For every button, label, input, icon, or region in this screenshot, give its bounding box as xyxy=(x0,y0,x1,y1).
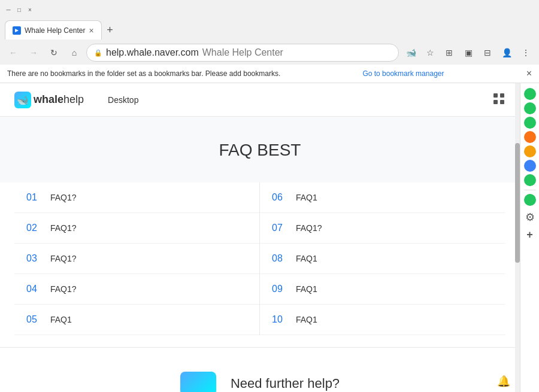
notice-close-button[interactable]: × xyxy=(526,68,532,79)
faq-item-right-1[interactable]: 06FAQ1 xyxy=(260,183,505,213)
faq-num: 02 xyxy=(26,223,41,233)
site-navbar: 🐋 whalehelp Desktop xyxy=(0,83,520,117)
faq-question: FAQ1 xyxy=(296,315,317,324)
whale-logo-icon: 🐋 xyxy=(14,92,31,108)
whale-icon-btn[interactable]: 🐋 xyxy=(402,44,419,61)
faq-num: 10 xyxy=(272,314,286,325)
bookmark-manager-link[interactable]: Go to bookmark manager xyxy=(362,69,444,78)
sidebar-dot-4[interactable] xyxy=(524,131,536,143)
url-domain: help.whale.naver.com xyxy=(106,47,199,58)
footer-logo xyxy=(180,372,216,392)
sidebar-dot-3[interactable] xyxy=(524,117,536,129)
faq-item-right-4[interactable]: 09FAQ1 xyxy=(260,274,505,305)
svg-text:🐋: 🐋 xyxy=(17,95,29,106)
footer-section: Need further help? xyxy=(0,347,520,392)
sidebar-toggle-btn[interactable]: ▣ xyxy=(460,44,477,61)
page-container: 🐋 whalehelp Desktop FAQ BEST xyxy=(0,83,539,392)
faq-item-left-5[interactable]: 05FAQ1 xyxy=(14,305,259,335)
sidebar-add-button[interactable]: + xyxy=(526,229,533,241)
faq-question: FAQ1? xyxy=(50,254,77,263)
faq-item-right-2[interactable]: 07FAQ1? xyxy=(260,213,505,244)
bell-icon-area[interactable]: 🔔 xyxy=(497,375,510,388)
minimize-button[interactable]: ─ xyxy=(5,6,12,13)
star-icon-btn[interactable]: ☆ xyxy=(422,44,438,61)
maximize-button[interactable]: □ xyxy=(16,6,23,13)
tab-title-label: Whale Help Center xyxy=(25,26,85,35)
faq-question: FAQ1? xyxy=(50,284,77,294)
tab-bar: Whale Help Center × + xyxy=(0,19,539,41)
scrollbar-thumb[interactable] xyxy=(515,143,520,263)
faq-grid: 01FAQ1?02FAQ1?03FAQ1?04FAQ1?05FAQ1 06FAQ… xyxy=(14,183,505,335)
faq-question: FAQ1? xyxy=(296,223,322,233)
scrollbar-track[interactable] xyxy=(515,83,520,392)
logo-whale: whale xyxy=(34,93,63,105)
sidebar-dot-6[interactable] xyxy=(524,160,536,172)
faq-question: FAQ1 xyxy=(296,284,317,294)
faq-item-left-3[interactable]: 03FAQ1? xyxy=(14,244,259,274)
faq-num: 04 xyxy=(26,284,41,294)
faq-section: 01FAQ1?02FAQ1?03FAQ1?04FAQ1?05FAQ1 06FAQ… xyxy=(0,183,520,335)
faq-question: FAQ1? xyxy=(50,193,77,202)
right-sidebar: ⚙ + xyxy=(520,83,539,392)
faq-question: FAQ1 xyxy=(296,193,317,202)
nav-desktop-link[interactable]: Desktop xyxy=(103,93,143,107)
screenshot-icon-btn[interactable]: ⊞ xyxy=(441,44,458,61)
faq-num: 07 xyxy=(272,223,286,233)
faq-item-left-2[interactable]: 02FAQ1? xyxy=(14,213,259,244)
faq-num: 09 xyxy=(272,284,286,294)
faq-item-left-4[interactable]: 04FAQ1? xyxy=(14,274,259,305)
faq-num: 06 xyxy=(272,192,286,203)
bookmark-notice-text: There are no bookmarks in the folder set… xyxy=(7,69,280,78)
logo-help: help xyxy=(63,93,84,105)
url-bar[interactable]: 🔒 help.whale.naver.com Whale Help Center xyxy=(86,44,399,62)
bookmark-notice: There are no bookmarks in the folder set… xyxy=(0,65,539,83)
sidebar-dot-2[interactable] xyxy=(524,102,536,114)
profile-btn[interactable]: 👤 xyxy=(498,44,515,61)
faq-question: FAQ1 xyxy=(296,254,317,263)
faq-item-left-1[interactable]: 01FAQ1? xyxy=(14,183,259,213)
footer-help-title: Need further help? xyxy=(231,376,340,391)
main-page: 🐋 whalehelp Desktop FAQ BEST xyxy=(0,83,520,392)
faq-question: FAQ1? xyxy=(50,223,77,233)
hero-section: FAQ BEST xyxy=(0,117,520,183)
back-button[interactable]: ← xyxy=(5,44,22,61)
faq-num: 05 xyxy=(26,314,41,325)
tab-group-btn[interactable]: ⊟ xyxy=(479,44,496,61)
svg-rect-4 xyxy=(493,100,498,104)
faq-num: 01 xyxy=(26,192,41,203)
faq-num: 03 xyxy=(26,253,41,264)
sidebar-dot-7[interactable] xyxy=(524,174,536,186)
address-bar: ← → ↻ ⌂ 🔒 help.whale.naver.com Whale Hel… xyxy=(0,41,539,65)
refresh-button[interactable]: ↻ xyxy=(46,44,62,61)
menu-btn[interactable]: ⋮ xyxy=(517,44,534,61)
close-button[interactable]: × xyxy=(26,6,34,13)
window-controls: ─ □ × xyxy=(5,6,34,13)
title-bar: ─ □ × xyxy=(0,0,539,19)
url-path: Whale Help Center xyxy=(202,47,283,58)
new-tab-button[interactable]: + xyxy=(102,22,119,38)
tab-close-button[interactable]: × xyxy=(89,26,93,35)
sidebar-dot-1[interactable] xyxy=(524,88,536,100)
toolbar-icons: 🐋 ☆ ⊞ ▣ ⊟ 👤 ⋮ xyxy=(402,44,534,61)
tab-favicon xyxy=(13,26,21,35)
svg-rect-3 xyxy=(500,93,504,98)
home-button[interactable]: ⌂ xyxy=(66,44,83,61)
faq-col-right: 06FAQ107FAQ1?08FAQ109FAQ110FAQ1 xyxy=(260,183,505,335)
faq-num: 08 xyxy=(272,253,286,264)
site-logo[interactable]: 🐋 whalehelp xyxy=(14,92,84,108)
faq-item-right-5[interactable]: 10FAQ1 xyxy=(260,305,505,335)
hero-title: FAQ BEST xyxy=(14,141,505,160)
faq-item-right-3[interactable]: 08FAQ1 xyxy=(260,244,505,274)
faq-col-left: 01FAQ1?02FAQ1?03FAQ1?04FAQ1?05FAQ1 xyxy=(14,183,260,335)
forward-button[interactable]: → xyxy=(25,44,42,61)
logo-text: whalehelp xyxy=(34,93,84,106)
svg-rect-2 xyxy=(493,93,498,98)
faq-question: FAQ1 xyxy=(50,315,72,324)
active-tab[interactable]: Whale Help Center × xyxy=(5,20,102,39)
sidebar-settings-icon[interactable]: ⚙ xyxy=(525,211,535,224)
sidebar-dot-8[interactable] xyxy=(524,194,536,206)
svg-rect-5 xyxy=(500,100,504,104)
sidebar-dot-5[interactable] xyxy=(524,145,536,157)
sidebar-divider xyxy=(524,190,536,190)
grid-menu-icon[interactable] xyxy=(492,92,505,108)
